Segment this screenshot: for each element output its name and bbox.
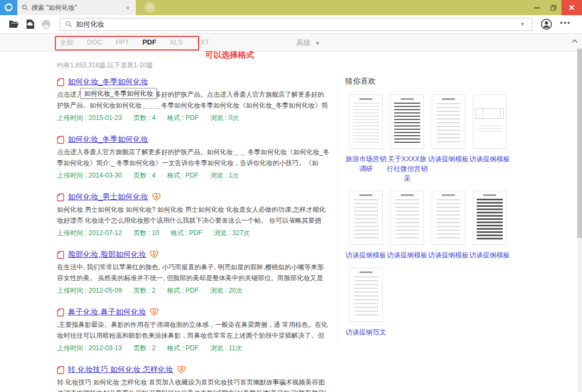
open-folder-icon[interactable] bbox=[5, 20, 22, 28]
recommend-item[interactable]: 访谈提纲范文 bbox=[345, 268, 387, 337]
pdf-file-icon bbox=[57, 78, 64, 86]
result-item: 如何化妆_男士如何化妆 如何化妆 男士如何化妆 如何化妆? 如何化妆 男士如何化… bbox=[57, 192, 330, 238]
save-document-icon[interactable] bbox=[22, 20, 38, 29]
page-count: 4 bbox=[152, 114, 156, 122]
advanced-label: 高级 bbox=[296, 38, 311, 48]
new-tab-button[interactable]: + bbox=[144, 2, 155, 13]
recommend-caption[interactable]: 访谈提纲模板 bbox=[387, 250, 428, 260]
search-icon bbox=[65, 21, 72, 28]
vip-heart-badge-icon bbox=[152, 193, 161, 201]
page-count: 10 bbox=[152, 229, 159, 237]
result-item: 脸部化妆,脸部如何化妆 在生活中, 我们常常以苹果红的脸色, 小巧而挺直的鼻子,… bbox=[57, 249, 330, 295]
search-dropdown-icon[interactable]: ▼ bbox=[517, 21, 527, 27]
result-title-link[interactable]: 如何化妆_冬季如何化妆 bbox=[68, 135, 148, 144]
collapse-panel-button[interactable] bbox=[572, 39, 578, 43]
filter-bar: 全部 DOC PPT PDF XLS TXT 高级 ▼ bbox=[0, 34, 582, 52]
account-avatar[interactable] bbox=[538, 18, 554, 30]
result-item: 转 化妆技巧 如何化妆 怎样化妆 转 化妆技巧 如何化妆 怎样化妆 首页加入收藏… bbox=[57, 364, 330, 392]
document-thumbnail[interactable] bbox=[432, 191, 465, 245]
recommend-caption[interactable]: 访谈提纲模板 bbox=[428, 154, 469, 164]
file-format: PDF bbox=[189, 229, 202, 237]
tab-search-icon bbox=[22, 4, 28, 11]
result-item: 鼻子化妆,鼻子如何化妆 ,主要指鼻影晕染。鼻影的作用在于强调妆面的立体感，一般染… bbox=[57, 307, 330, 353]
filter-tab-pdf[interactable]: PDF bbox=[142, 38, 156, 48]
result-snippet: 如何化妆 男士如何化妆 如何化妆? 如何化妆 男士如何化妆 化妆是女人必做的功课… bbox=[57, 204, 330, 226]
result-list: 如何化妆_冬季如何化妆 点击进入香袭人官方旗舰店了解更多好的护肤产品。点击进入香… bbox=[57, 77, 330, 392]
view-count: 11次 bbox=[229, 344, 242, 352]
titlebar-spacer bbox=[155, 0, 529, 15]
result-meta: 上传时间 : 2015-01-23 页数 : 4 格式 : PDF 浏览 : 0… bbox=[57, 113, 330, 123]
search-value: 如何化妆 bbox=[76, 20, 514, 29]
recommend-caption[interactable]: 访谈提纲模板 bbox=[345, 250, 387, 260]
result-title-link[interactable]: 脸部化妆,脸部如何化妆 bbox=[68, 250, 146, 260]
recommend-caption[interactable]: 访谈提纲范文 bbox=[345, 327, 387, 337]
result-title-link[interactable]: 如何化妆_男士如何化妆 bbox=[68, 192, 148, 202]
tab-close-icon[interactable]: × bbox=[124, 4, 131, 12]
vip-heart-badge-icon bbox=[150, 251, 159, 258]
recommend-grid: 旅游市场营销调研 关于XXXX旅行社微信营销采 访谈提纲模板 访谈提纲模板 访谈… bbox=[345, 94, 515, 337]
pdf-file-icon bbox=[57, 366, 64, 374]
filter-tab-doc[interactable]: DOC bbox=[87, 38, 103, 48]
recommend-caption[interactable]: 访谈提纲模板 bbox=[469, 154, 510, 164]
result-title-link[interactable]: 转 化妆技巧 如何化妆 怎样化妆 bbox=[68, 365, 173, 375]
upload-date: 2012-03-13 bbox=[88, 344, 122, 352]
filter-tab-txt[interactable]: TXT bbox=[196, 38, 210, 48]
file-format: PDF bbox=[186, 114, 199, 122]
print-icon[interactable] bbox=[38, 20, 54, 29]
vip-heart-badge-icon bbox=[177, 366, 186, 374]
document-thumbnail[interactable] bbox=[349, 268, 383, 322]
recommend-caption[interactable]: 关于XXXX旅行社微信营销采 bbox=[387, 154, 428, 184]
result-title-link[interactable]: 鼻子化妆,鼻子如何化妆 bbox=[68, 307, 146, 317]
document-thumbnail[interactable] bbox=[349, 94, 383, 149]
advanced-search-toggle[interactable]: 高级 ▼ bbox=[296, 38, 322, 48]
close-button[interactable] bbox=[561, 0, 582, 15]
toolbar: 如何化妆 ▼ ••• bbox=[0, 15, 582, 34]
view-count: 1次 bbox=[229, 172, 239, 179]
result-snippet: 转 化妆技巧 如何化妆 怎样化妆 首页加入收藏设为首页化妆技巧首页幽默故事骗术视… bbox=[57, 377, 330, 392]
result-meta: 上传时间 : 2014-03-30 页数 : 4 格式 : PDF 浏览 : 1… bbox=[57, 171, 330, 180]
filter-tab-all[interactable]: 全部 bbox=[60, 38, 74, 48]
document-thumbnail[interactable] bbox=[473, 94, 507, 149]
document-thumbnail[interactable] bbox=[349, 191, 383, 245]
document-thumbnail[interactable] bbox=[432, 94, 465, 149]
app-logo-icon[interactable] bbox=[0, 0, 17, 15]
recommend-item[interactable]: 访谈提纲模板 bbox=[387, 191, 428, 260]
recommend-heading: 猜你喜欢 bbox=[345, 77, 515, 86]
result-item: 如何化妆_冬季如何化妆 点击进入香袭人官方旗舰店了解更多好的护肤产品。点击进入香… bbox=[57, 77, 330, 123]
result-meta: 上传时间 : 2012-05-09 页数 : 2 格式 : PDF 浏览 : 2… bbox=[57, 286, 330, 295]
file-format: PDF bbox=[186, 287, 199, 294]
result-snippet: ,主要指鼻影晕染。鼻影的作用在于强调妆面的立体感，一般染在鼻梁两侧，通 常用棕色… bbox=[57, 319, 330, 341]
more-menu-button[interactable]: ••• bbox=[554, 18, 577, 30]
result-meta: 上传时间 : 2012-07-12 页数 : 10 格式 : PDF 浏览 : … bbox=[57, 229, 330, 238]
result-meta: 上传时间 : 2012-03-13 页数 : 2 格式 : PDF 浏览 : 1… bbox=[57, 344, 330, 353]
filter-tab-xls[interactable]: XLS bbox=[169, 38, 183, 48]
recommend-caption[interactable]: 访谈提纲模板 bbox=[428, 250, 469, 260]
recommend-caption[interactable]: 访谈提纲模板 bbox=[469, 250, 510, 260]
document-thumbnail[interactable] bbox=[390, 191, 424, 245]
upload-date: 2015-01-23 bbox=[88, 114, 122, 122]
recommend-item[interactable]: 关于XXXX旅行社微信营销采 bbox=[387, 94, 428, 184]
result-item: 如何化妆_冬季如何化妆 点击进入香袭人官方旗舰店了解更多好的护肤产品。如何化妆＿… bbox=[57, 134, 330, 180]
recommend-item[interactable]: 访谈提纲模板 bbox=[345, 191, 387, 260]
recommend-item[interactable]: 访谈提纲模板 bbox=[469, 191, 510, 260]
document-thumbnail[interactable] bbox=[473, 191, 507, 245]
recommend-caption[interactable]: 旅游市场营销调研 bbox=[345, 154, 387, 174]
recommend-item[interactable]: 访谈提纲模板 bbox=[469, 94, 510, 184]
recommend-item[interactable]: 访谈提纲模板 bbox=[428, 191, 469, 260]
restore-button[interactable] bbox=[545, 0, 561, 15]
document-thumbnail[interactable] bbox=[390, 94, 424, 149]
recommend-item[interactable]: 访谈提纲模板 bbox=[428, 94, 469, 184]
result-snippet: 点击进入香袭人官方旗舰店了解更多好的护肤产品。如何化妆＿＿ 冬季如何化妆《如何化… bbox=[57, 147, 330, 168]
result-title-link[interactable]: 如何化妆_冬季如何化妆 bbox=[68, 77, 148, 87]
recommend-panel: 猜你喜欢 旅游市场营销调研 关于XXXX旅行社微信营销采 访谈提纲模板 访谈提纲… bbox=[345, 77, 515, 337]
minimize-button[interactable] bbox=[529, 0, 545, 15]
search-input[interactable]: 如何化妆 ▼ bbox=[60, 18, 533, 31]
recommend-item[interactable]: 旅游市场营销调研 bbox=[345, 94, 387, 184]
file-format: PDF bbox=[186, 172, 199, 179]
active-tab[interactable]: 搜索 "如何化妆" × bbox=[17, 0, 136, 15]
filter-tab-ppt[interactable]: PPT bbox=[116, 38, 129, 48]
annotation-text: 可以选择格式 bbox=[205, 50, 254, 60]
scrollbar-thumb[interactable] bbox=[577, 49, 582, 238]
scrollbar-track[interactable] bbox=[577, 48, 582, 392]
upload-date: 2012-05-09 bbox=[88, 287, 122, 294]
